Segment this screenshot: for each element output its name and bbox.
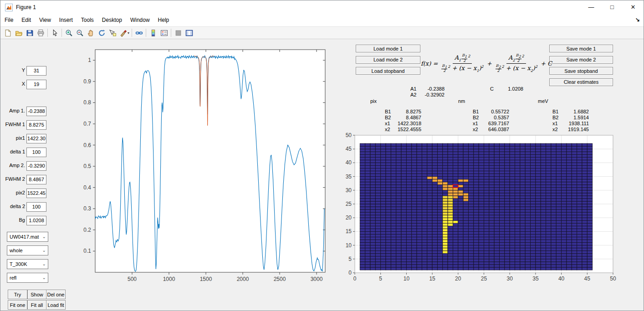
dropdown-uw0417mat[interactable]: UW0417.mat⌄ [7, 232, 48, 242]
x-tick-label: 1500 [200, 276, 212, 282]
toolbar-separator [47, 29, 48, 37]
field-input-amp2[interactable]: -0.3290 [26, 161, 46, 171]
link-plot-button[interactable] [133, 28, 144, 38]
show-button[interactable]: Show [27, 290, 46, 299]
param-pix-b1-value: 8.8275 [389, 109, 421, 114]
open-file-icon [15, 29, 23, 37]
y-tick-label: 0.5 [83, 163, 91, 169]
pan-button[interactable] [85, 28, 96, 38]
field-input-pix1[interactable]: 1422.30 [26, 134, 46, 143]
dropdown-value: whole [10, 248, 23, 253]
menu-item-insert[interactable]: Insert [55, 14, 77, 23]
heatmap-y-tick-label: 45 [346, 146, 352, 152]
save-mode-2-button[interactable]: Save mode 2 [549, 56, 613, 64]
field-input-delta2[interactable]: 100 [26, 202, 46, 212]
y-tick-label: 0.9 [83, 78, 91, 85]
heatmap-x-tick-label: 25 [481, 275, 487, 282]
menu-item-desktop[interactable]: Desktop [98, 14, 126, 23]
hide-plot-tools-button[interactable] [173, 28, 184, 38]
insert-legend-button[interactable] [158, 28, 169, 38]
minimize-button[interactable]: — [581, 0, 602, 14]
dropdown-value: UW0417.mat [10, 234, 39, 240]
param-meV-b2-value: 1.5914 [557, 115, 589, 120]
dropdown-refl[interactable]: refl⌄ [7, 273, 48, 283]
new-figure-button[interactable] [2, 28, 13, 38]
open-file-button[interactable] [13, 28, 24, 38]
brush-dropdown-icon[interactable]: ▾ [128, 31, 129, 35]
x-tick-label: 2500 [274, 276, 286, 282]
toolbar-separator [146, 29, 146, 37]
heatmap-x-tick-label: 40 [558, 275, 565, 282]
close-button[interactable]: ✕ [623, 0, 644, 14]
field-label-delta2: delta 2 [0, 204, 25, 209]
edit-plot-button[interactable] [49, 28, 60, 38]
field-input-fwhm2[interactable]: 8.4867 [26, 175, 46, 184]
fit-all-button[interactable]: Fit all [27, 300, 46, 310]
field-input-x[interactable]: 19 [26, 80, 46, 89]
field-label-fwhm2: FWHM 2 [0, 176, 25, 182]
save-figure-button[interactable] [24, 28, 35, 38]
spectrum-plot[interactable]: 500100015002000250030000.10.20.30.40.50.… [69, 44, 342, 290]
scan-heatmap[interactable]: 0510152025303540455005101520253035404550 [337, 133, 638, 287]
chevron-down-icon: ⌄ [42, 273, 46, 282]
dropdown-t300k[interactable]: T_300K⌄ [7, 259, 48, 269]
field-label-y: Y [0, 67, 25, 73]
rotate-3d-button[interactable] [96, 28, 107, 38]
field-label-amp1: Amp 1. [0, 108, 25, 113]
y-tick-label: 0.8 [83, 99, 91, 106]
menu-item-help[interactable]: Help [154, 14, 174, 23]
chevron-down-icon: ⌄ [42, 260, 46, 269]
dropdown-whole[interactable]: whole⌄ [7, 245, 48, 255]
param-meV-x1-value: 1938.111 [557, 121, 589, 126]
try-button[interactable]: Try [8, 290, 27, 299]
heatmap-y-tick-label: 15 [346, 228, 352, 235]
y-tick-label: 0.2 [83, 227, 91, 233]
menu-item-tools[interactable]: Tools [77, 14, 98, 23]
maximize-button[interactable]: □ [602, 0, 623, 14]
fit-one-button[interactable]: Fit one [8, 300, 27, 310]
figure-canvas: Y31X19Amp 1.-0.2388FWHM 18.8275pix11422.… [0, 39, 644, 311]
zoom-out-button[interactable] [74, 28, 85, 38]
field-input-fwhm1[interactable]: 8.8275 [26, 120, 46, 130]
zoom-in-button[interactable] [63, 28, 74, 38]
dock-figure-icon[interactable]: ↘ [635, 16, 640, 23]
chevron-down-icon: ⌄ [42, 232, 46, 241]
menu-item-window[interactable]: Window [126, 14, 154, 23]
edit-plot-icon [51, 29, 59, 37]
data-cursor-button[interactable] [107, 28, 118, 38]
insert-colorbar-button[interactable] [148, 28, 158, 38]
show-plot-tools-button[interactable] [184, 28, 194, 38]
unit-column-header-pix: pix [370, 98, 377, 104]
clear-estimates-button[interactable]: Clear estimates [549, 78, 613, 86]
field-input-y[interactable]: 31 [26, 66, 46, 76]
menu-item-edit[interactable]: Edit [17, 14, 35, 23]
field-input-pix2[interactable]: 1522.45 [26, 189, 46, 198]
save-stopband-button[interactable]: Save stopband [549, 67, 613, 75]
save-mode-1-button[interactable]: Save mode 1 [549, 45, 613, 52]
x-tick-label: 500 [128, 276, 137, 282]
heatmap-y-tick-label: 40 [346, 159, 352, 166]
field-input-bg[interactable]: 1.0208 [26, 216, 46, 225]
load-stopband-button[interactable]: Load stopband [356, 67, 420, 75]
load-mode-2-button[interactable]: Load mode 2 [356, 56, 420, 64]
del-one-button[interactable]: Del one [46, 290, 66, 299]
chevron-down-icon: ⌄ [42, 246, 46, 255]
menu-item-file[interactable]: File [0, 14, 17, 23]
matlab-figure-icon [5, 4, 13, 11]
figure-toolbar: ▾ [0, 26, 644, 39]
load-mode-1-button[interactable]: Load mode 1 [356, 45, 420, 52]
show-plot-tools-icon [185, 29, 193, 37]
field-input-delta1[interactable]: 100 [26, 148, 46, 157]
x-tick-label: 1000 [163, 276, 175, 282]
param-nm-b2-value: 0.5357 [477, 115, 509, 120]
fit-formula: f(x) =A1B122B122 + (x − x1)2 + A2B222B22… [420, 43, 552, 84]
menu-item-view[interactable]: View [35, 14, 55, 23]
print-figure-button[interactable] [35, 28, 46, 38]
heatmap-x-tick-label: 30 [507, 275, 513, 282]
field-input-amp1[interactable]: -0.2388 [26, 107, 46, 116]
heatmap-x-tick-label: 5 [379, 275, 382, 282]
param-c-value: 1.0208 [491, 86, 523, 92]
y-tick-label: 0.4 [83, 184, 91, 191]
field-label-pix2: pix2 [0, 190, 25, 195]
load-fit-button[interactable]: Load fit [46, 300, 66, 310]
